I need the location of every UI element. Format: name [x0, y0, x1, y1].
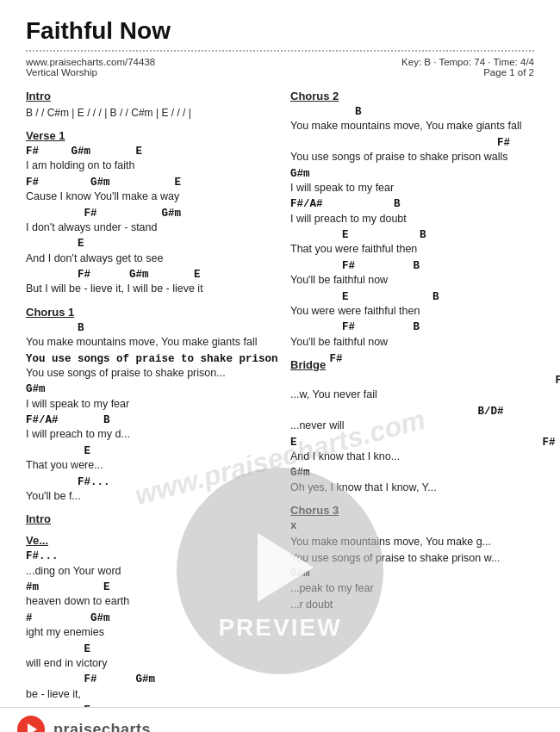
page-title: Faithful Now [26, 17, 534, 45]
intro-line: B / / C#m | E / / / | B / / C#m | E / / … [26, 105, 270, 121]
content-cols: Intro B / / C#m | E / / / | B / / C#m | … [26, 90, 534, 732]
bridge-label: Bridge [290, 358, 534, 371]
key-tempo-time: Key: B · Tempo: 74 · Time: 4/4 [401, 57, 534, 67]
chorus3: x You make mountains move, You make g...… [290, 519, 534, 613]
meta-right: Key: B · Tempo: 74 · Time: 4/4 Page 1 of… [401, 57, 534, 78]
bridge: F# ...w, You never fail B/D# ...never wi… [290, 374, 534, 495]
chorus1: B You make mountains move, You make gian… [26, 321, 270, 505]
chorus1-label: Chorus 1 [26, 306, 270, 319]
footer-brand: praisecharts [53, 721, 151, 732]
page-info: Page 1 of 2 [483, 67, 534, 78]
artist: Vertical Worship [26, 67, 155, 78]
intro-label: Intro [26, 90, 270, 102]
col-left: Intro B / / C#m | E / / / | B / / C#m | … [26, 90, 270, 732]
col-right: Chorus 2 B You make mountains move, You … [290, 90, 534, 732]
page-container: Faithful Now www.praisecharts.com/74438 … [0, 0, 560, 732]
footer-play-icon [28, 723, 37, 732]
verse2-label: Ve... [26, 534, 270, 547]
intro2-label: Intro [26, 512, 270, 525]
verse1-label: Verse 1 [26, 129, 270, 142]
meta-left: www.praisecharts.com/74438 Vertical Wors… [26, 57, 155, 78]
footer-logo[interactable] [17, 716, 45, 732]
chorus2-label: Chorus 2 [290, 90, 534, 102]
meta-row: www.praisecharts.com/74438 Vertical Wors… [26, 57, 534, 78]
chorus3-label: Chorus 3 [290, 504, 534, 517]
chorus2: B You make mountains move, You make gian… [290, 105, 534, 350]
verse2-partial: F#... ...ding on Your word #m E heaven d… [26, 549, 270, 732]
verse1: F# G#m E I am holding on to faith F# G#m… [26, 145, 270, 297]
url: www.praisecharts.com/74438 [26, 57, 155, 67]
footer-bar: praisecharts [0, 707, 560, 732]
divider [26, 50, 534, 52]
